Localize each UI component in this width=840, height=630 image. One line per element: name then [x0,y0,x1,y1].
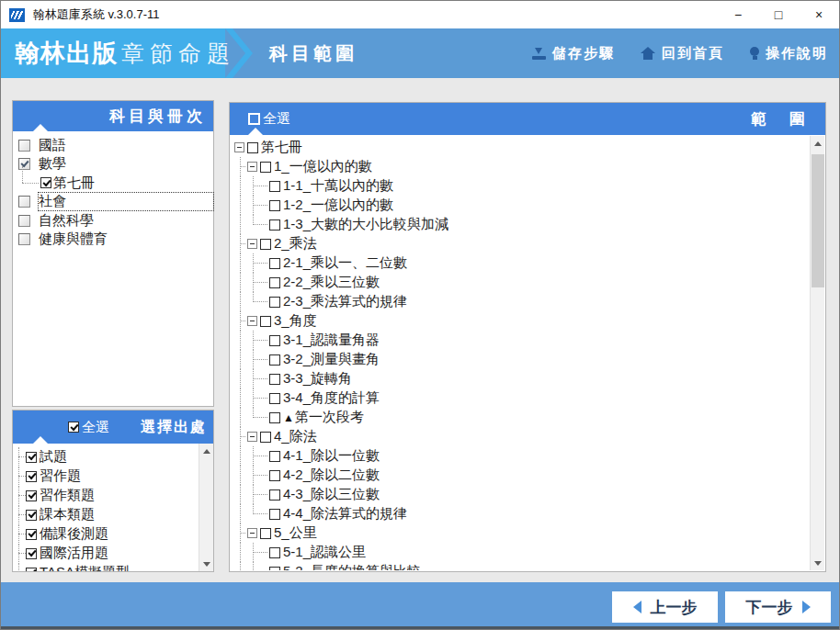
tree-checkbox[interactable] [260,239,271,250]
tree-row[interactable]: 5-2_長度的換算與比較 [234,562,810,570]
source-row[interactable]: 習作類題 [13,486,199,505]
minimize-button[interactable]: − [718,1,758,28]
tree-row[interactable]: 3_角度 [234,311,810,331]
tree-checkbox[interactable] [269,200,280,211]
tree-row[interactable]: 2-2_乘以三位數 [234,273,810,292]
tree-checkbox[interactable] [269,335,280,346]
scrollbar-thumb[interactable] [812,154,824,287]
scope-select-all-checkbox[interactable] [248,113,260,125]
subject-checkbox[interactable] [18,233,30,245]
subject-checkbox[interactable] [18,215,30,227]
tree-row[interactable]: 4-4_除法算式的規律 [234,504,810,523]
tree-checkbox[interactable] [260,162,271,173]
source-checkbox[interactable] [26,490,37,501]
source-row[interactable]: 試題 [13,447,199,467]
tree-row[interactable]: 4-2_除以二位數 [234,466,810,485]
tree-row[interactable]: 1-3_大數的大小比較與加減 [234,215,810,234]
tree-checkbox[interactable] [269,547,280,558]
subject-checkbox[interactable] [18,158,30,170]
scroll-down-icon[interactable] [199,557,214,571]
source-checkbox[interactable] [26,471,37,482]
collapse-icon[interactable] [247,162,257,172]
tree-row[interactable]: 4-3_除以三位數 [234,485,810,504]
tree-checkbox[interactable] [269,297,280,308]
nav-save-steps[interactable]: 儲存步驟 [532,45,615,62]
subject-row[interactable]: 第七冊 [13,174,213,193]
tree-label: 3-4_角度的計算 [283,389,380,407]
subject-row[interactable]: 社會 [13,193,213,212]
maximize-button[interactable]: □ [758,1,799,28]
subject-row[interactable]: 健康與體育 [13,231,213,250]
tree-checkbox[interactable] [269,451,280,462]
source-row[interactable]: TASA模擬題型 [13,563,199,571]
tree-checkbox[interactable] [269,181,280,192]
tree-row[interactable]: 2_乘法 [234,234,810,253]
collapse-icon[interactable] [247,239,257,249]
subject-row[interactable]: 數學 [13,155,213,174]
tree-checkbox[interactable] [269,412,280,423]
nav-home[interactable]: 回到首頁 [641,45,724,62]
source-checkbox[interactable] [26,568,37,572]
tree-checkbox[interactable] [269,258,280,269]
subject-checkbox[interactable] [18,196,30,208]
prev-step-button[interactable]: 上一步 [612,591,718,623]
tree-row[interactable]: 4_除法 [234,427,810,446]
nav-help[interactable]: 操作說明 [750,45,828,62]
source-row[interactable]: 國際活用題 [13,544,199,563]
tree-row[interactable]: 3-2_測量與畫角 [234,350,810,369]
collapse-icon[interactable] [247,432,257,442]
subject-row[interactable]: 國語 [13,136,213,155]
tree-row[interactable]: 1_一億以內的數 [234,157,810,176]
scroll-up-icon[interactable] [199,444,214,458]
arrow-right-icon [802,601,811,613]
tree-guide [247,408,269,427]
next-step-button[interactable]: 下一步 [725,591,831,623]
tree-checkbox[interactable] [247,142,258,153]
subject-row[interactable]: 自然科學 [13,211,213,231]
source-checkbox[interactable] [26,548,37,559]
tree-checkbox[interactable] [260,316,271,327]
scroll-down-icon[interactable] [811,556,825,570]
tree-scrollbar[interactable] [810,136,824,570]
tree-row[interactable]: 3-4_角度的計算 [234,388,810,408]
collapse-icon[interactable] [234,142,244,152]
tree-row[interactable]: 3-3_旋轉角 [234,369,810,388]
source-checkbox[interactable] [26,510,37,521]
tree-checkbox[interactable] [269,470,280,481]
source-row[interactable]: 課本類題 [13,505,199,524]
tree-row[interactable]: 1-1_十萬以內的數 [234,176,810,196]
tree-checkbox[interactable] [269,509,280,520]
tree-row[interactable]: 3-1_認識量角器 [234,331,810,350]
source-checkbox[interactable] [26,452,37,463]
tree-row[interactable]: ▲第一次段考 [234,408,810,427]
next-step-label: 下一步 [746,597,793,618]
tree-row[interactable]: 2-1_乘以一、二位數 [234,253,810,273]
tree-checkbox[interactable] [260,528,271,539]
collapse-icon[interactable] [247,316,257,326]
tree-checkbox[interactable] [269,374,280,385]
tree-checkbox[interactable] [269,354,280,366]
tree-checkbox[interactable] [269,219,280,231]
tree-checkbox[interactable] [269,567,280,571]
tree-checkbox[interactable] [269,489,280,501]
sources-scrollbar[interactable] [199,444,213,571]
scroll-up-icon[interactable] [811,136,825,151]
source-checkbox[interactable] [26,529,37,540]
source-row[interactable]: 備課後測題 [13,524,199,544]
tree-row[interactable]: 5-1_認識公里 [234,543,810,562]
tree-checkbox[interactable] [269,277,280,288]
source-row[interactable]: 習作題 [13,467,199,486]
tree-checkbox[interactable] [260,432,271,443]
tree-row[interactable]: 2-3_乘法算式的規律 [234,292,810,311]
collapse-icon[interactable] [247,528,257,538]
tree-row[interactable]: 第七冊 [234,138,810,157]
tree-label: 第七冊 [261,139,302,156]
tree-row[interactable]: 1-2_一億以內的數 [234,196,810,215]
close-button[interactable]: × [799,1,839,28]
tree-row[interactable]: 4-1_除以一位數 [234,446,810,466]
tree-row[interactable]: 5_公里 [234,523,810,543]
subject-checkbox[interactable] [18,140,30,152]
tree-checkbox[interactable] [269,393,280,404]
subject-checkbox[interactable] [40,177,51,188]
sources-select-all-checkbox[interactable] [68,422,79,433]
